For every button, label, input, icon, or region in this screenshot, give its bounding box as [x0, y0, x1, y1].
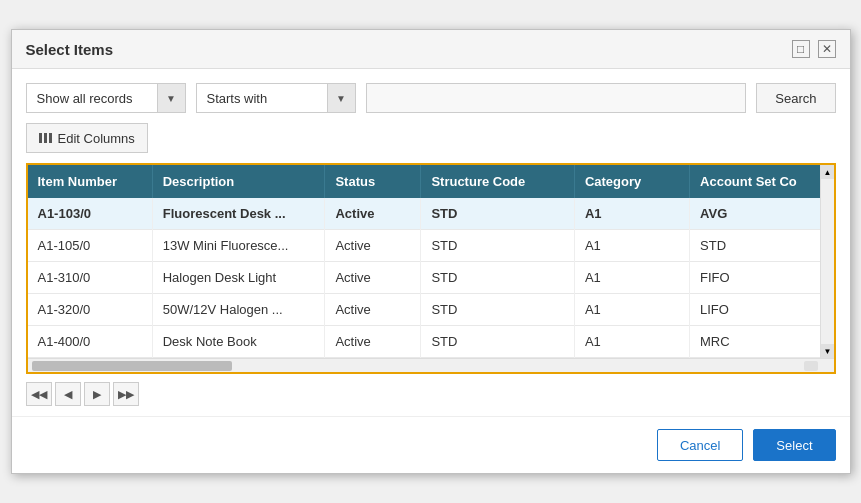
table-row[interactable]: A1-105/013W Mini Fluoresce...ActiveSTDA1…	[28, 230, 834, 262]
minimize-button[interactable]: □	[792, 40, 810, 58]
dialog-title: Select Items	[26, 41, 114, 58]
starts-with-dropdown[interactable]: Starts with ▼	[196, 83, 356, 113]
cell-status: Active	[325, 326, 421, 358]
cell-status: Active	[325, 294, 421, 326]
cell-item_number: A1-400/0	[28, 326, 153, 358]
cell-structure_code: STD	[421, 294, 575, 326]
table-row[interactable]: A1-310/0Halogen Desk LightActiveSTDA1FIF…	[28, 262, 834, 294]
titlebar-controls: □ ✕	[792, 40, 836, 58]
search-input[interactable]	[366, 83, 747, 113]
table-body: A1-103/0Fluorescent Desk ...ActiveSTDA1A…	[28, 198, 834, 358]
close-icon: ✕	[822, 42, 832, 56]
cell-category: A1	[574, 198, 689, 230]
cell-account_set: STD	[690, 230, 834, 262]
table-row[interactable]: A1-400/0Desk Note BookActiveSTDA1MRC	[28, 326, 834, 358]
cell-status: Active	[325, 230, 421, 262]
table-row[interactable]: A1-103/0Fluorescent Desk ...ActiveSTDA1A…	[28, 198, 834, 230]
cell-structure_code: STD	[421, 262, 575, 294]
titlebar: Select Items □ ✕	[12, 30, 850, 69]
dialog-footer: Cancel Select	[12, 416, 850, 473]
cell-description: Halogen Desk Light	[152, 262, 325, 294]
next-page-button[interactable]: ▶	[84, 382, 110, 406]
cancel-button[interactable]: Cancel	[657, 429, 743, 461]
prev-page-button[interactable]: ◀	[55, 382, 81, 406]
hscroll-thumb[interactable]	[32, 361, 232, 371]
cell-description: Desk Note Book	[152, 326, 325, 358]
data-table: Item Number Description Status Structure…	[28, 165, 834, 358]
close-button[interactable]: ✕	[818, 40, 836, 58]
first-page-button[interactable]: ◀◀	[26, 382, 52, 406]
show-records-dropdown[interactable]: Show all records ▼	[26, 83, 186, 113]
scroll-up-arrow[interactable]: ▲	[821, 165, 835, 179]
table-row[interactable]: A1-320/050W/12V Halogen ...ActiveSTDA1LI…	[28, 294, 834, 326]
toolbar-row: Show all records ▼ Starts with ▼ Search	[26, 83, 836, 113]
pagination-row: ◀◀ ◀ ▶ ▶▶	[26, 382, 836, 406]
cell-status: Active	[325, 262, 421, 294]
cell-description: 50W/12V Halogen ...	[152, 294, 325, 326]
show-records-arrow[interactable]: ▼	[157, 84, 185, 112]
col-header-category[interactable]: Category	[574, 165, 689, 198]
edit-columns-label: Edit Columns	[58, 131, 135, 146]
cell-item_number: A1-310/0	[28, 262, 153, 294]
cell-structure_code: STD	[421, 326, 575, 358]
cell-status: Active	[325, 198, 421, 230]
cell-item_number: A1-320/0	[28, 294, 153, 326]
cell-category: A1	[574, 262, 689, 294]
cell-structure_code: STD	[421, 230, 575, 262]
edit-columns-button[interactable]: Edit Columns	[26, 123, 148, 153]
starts-with-label: Starts with	[197, 84, 327, 112]
search-button[interactable]: Search	[756, 83, 835, 113]
col-header-account-set[interactable]: Account Set Co	[690, 165, 834, 198]
show-records-label: Show all records	[27, 84, 157, 112]
cell-account_set: AVG	[690, 198, 834, 230]
dialog-body: Show all records ▼ Starts with ▼ Search	[12, 69, 850, 416]
scroll-down-arrow[interactable]: ▼	[821, 344, 835, 358]
col-header-structure-code[interactable]: Structure Code	[421, 165, 575, 198]
col-header-status[interactable]: Status	[325, 165, 421, 198]
cell-description: 13W Mini Fluoresce...	[152, 230, 325, 262]
cell-account_set: FIFO	[690, 262, 834, 294]
cell-item_number: A1-103/0	[28, 198, 153, 230]
vertical-scrollbar[interactable]: ▲ ▼	[820, 165, 834, 358]
horizontal-scrollbar[interactable]	[28, 358, 834, 372]
col-header-item-number[interactable]: Item Number	[28, 165, 153, 198]
cell-description: Fluorescent Desk ...	[152, 198, 325, 230]
cell-account_set: MRC	[690, 326, 834, 358]
starts-with-arrow[interactable]: ▼	[327, 84, 355, 112]
cell-structure_code: STD	[421, 198, 575, 230]
col-header-description[interactable]: Description	[152, 165, 325, 198]
cell-category: A1	[574, 230, 689, 262]
edit-columns-icon	[39, 133, 52, 143]
select-items-dialog: Select Items □ ✕ Show all records ▼ Star…	[11, 29, 851, 474]
last-page-button[interactable]: ▶▶	[113, 382, 139, 406]
cell-category: A1	[574, 326, 689, 358]
cell-category: A1	[574, 294, 689, 326]
table-header-row: Item Number Description Status Structure…	[28, 165, 834, 198]
select-button[interactable]: Select	[753, 429, 835, 461]
cell-account_set: LIFO	[690, 294, 834, 326]
minimize-icon: □	[797, 42, 804, 56]
data-table-container: Item Number Description Status Structure…	[26, 163, 836, 374]
cell-item_number: A1-105/0	[28, 230, 153, 262]
